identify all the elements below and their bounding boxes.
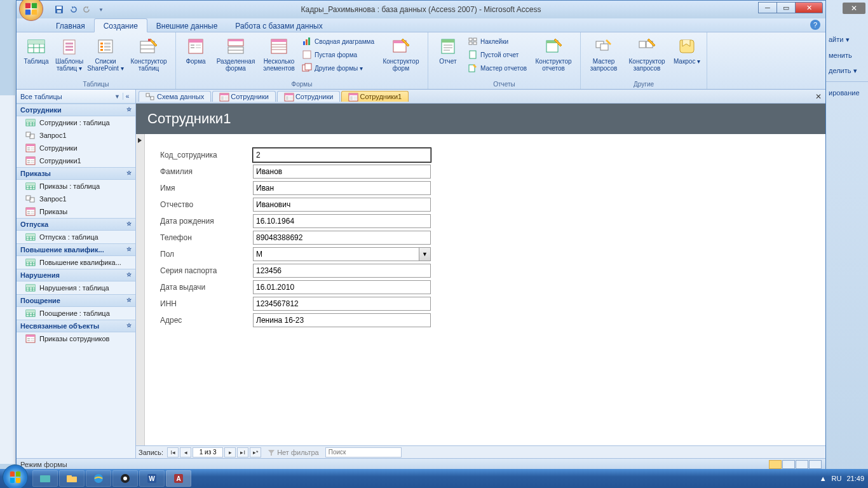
ribbon-btn-query-wizard[interactable]: Мастер запросов [585, 34, 623, 79]
taskbar-btn-1[interactable] [32, 470, 58, 487]
maximize-button[interactable]: ▭ [776, 2, 796, 13]
field-input[interactable] [253, 198, 431, 212]
field-input[interactable] [253, 313, 431, 327]
doc-tab-close-icon[interactable]: ✕ [815, 92, 822, 101]
field-input[interactable] [253, 280, 431, 294]
tray-flag-icon[interactable]: ▲ [820, 475, 827, 482]
nav-group-header[interactable]: Повышение квалифик...☆ [17, 243, 135, 256]
ribbon-tab-home[interactable]: Главная [47, 19, 94, 32]
recnav-next-icon[interactable]: ▸ [224, 447, 236, 458]
ribbon-btn-table-design[interactable]: Конструктор таблиц [126, 34, 172, 79]
table-icon [25, 283, 36, 292]
recnav-first-icon[interactable]: I◂ [167, 447, 179, 458]
ribbon-btn-labels[interactable]: Наклейки [465, 35, 529, 48]
taskbar-btn-explorer[interactable] [59, 470, 85, 487]
taskbar-btn-word[interactable]: W [139, 470, 165, 487]
field-input[interactable] [253, 148, 431, 162]
svg-point-161 [123, 477, 127, 480]
field-input[interactable] [253, 231, 431, 245]
view-layout-icon[interactable] [796, 460, 808, 469]
view-form-icon[interactable] [769, 460, 782, 469]
nav-group-header[interactable]: Приказы☆ [17, 167, 135, 180]
ribbon-btn-report-design[interactable]: Конструктор отчетов [531, 34, 576, 79]
svg-rect-146 [286, 97, 288, 98]
ribbon-btn-pivotchart[interactable]: Сводная диаграмма [299, 35, 377, 48]
field-select[interactable]: М▼ [253, 247, 431, 261]
recnav-search-input[interactable] [325, 447, 402, 458]
field-input[interactable] [253, 214, 431, 228]
recnav-position-input[interactable] [193, 447, 223, 458]
ribbon-btn-macro[interactable]: Макрос ▾ [671, 34, 703, 79]
recnav-new-icon[interactable]: ▸* [250, 447, 261, 458]
field-input[interactable] [253, 165, 431, 179]
svg-rect-66 [639, 41, 646, 48]
record-selector[interactable] [136, 134, 145, 445]
nav-item[interactable]: Сотрудники1 [17, 154, 135, 167]
ribbon-tab-dbtools[interactable]: Работа с базами данных [226, 19, 331, 32]
form-icon [25, 144, 36, 152]
ribbon-btn-multiple-items[interactable]: Несколько элементов [260, 34, 298, 79]
window-controls: ─ ▭ ✕ [759, 2, 823, 13]
taskbar-btn-app1[interactable] [112, 470, 138, 487]
ribbon-btn-form-design[interactable]: Конструктор форм [378, 34, 424, 79]
qat-customize-icon[interactable]: ▼ [95, 4, 107, 15]
ribbon-btn-report[interactable]: Отчет [432, 34, 464, 79]
nav-item[interactable]: Приказы сотрудников [17, 332, 135, 345]
nav-group-header[interactable]: Несвязанные объекты☆ [17, 320, 135, 332]
view-datasheet-icon[interactable] [782, 460, 795, 469]
field-input[interactable] [253, 297, 431, 311]
nav-item[interactable]: Отпуска : таблица [17, 231, 135, 243]
nav-group-header[interactable]: Сотрудники☆ [17, 104, 135, 116]
recnav-last-icon[interactable]: ▸I [237, 447, 248, 458]
view-design-icon[interactable] [809, 460, 822, 469]
ribbon-btn-blank-report[interactable]: Пустой отчет [465, 48, 529, 61]
ribbon-btn-table-templates[interactable]: Шаблоны таблиц ▾ [53, 34, 85, 79]
minimize-button[interactable]: ─ [758, 2, 777, 13]
nav-item[interactable]: Приказы [17, 205, 135, 218]
nav-item[interactable]: Поощрение : таблица [17, 307, 135, 320]
qat-save-icon[interactable] [53, 4, 65, 15]
help-button[interactable]: ? [810, 20, 820, 30]
close-button[interactable]: ✕ [795, 2, 823, 13]
doc-tab[interactable]: Сотрудники [212, 91, 276, 102]
nav-item[interactable]: Запрос1 [17, 129, 135, 142]
recnav-prev-icon[interactable]: ◂ [180, 447, 191, 458]
tray-lang[interactable]: RU [832, 475, 842, 482]
start-button[interactable] [3, 464, 28, 489]
svg-rect-56 [469, 38, 472, 41]
ribbon-btn-sharepoint[interactable]: Списки SharePoint ▾ [86, 34, 125, 79]
ribbon-tab-external[interactable]: Внешние данные [147, 19, 227, 32]
tray-clock[interactable]: 21:49 [846, 475, 864, 482]
nav-group-header[interactable]: Поощрение☆ [17, 294, 135, 307]
doc-tab[interactable]: Сотрудники [277, 91, 341, 102]
nav-header[interactable]: Все таблицы▼« [17, 90, 135, 104]
nav-item-label: Приказы [39, 208, 67, 215]
recnav-filter[interactable]: Нет фильтра [268, 449, 319, 456]
field-input[interactable] [253, 181, 431, 195]
ribbon-btn-blank-form[interactable]: Пустая форма [299, 48, 377, 61]
ribbon-btn-table[interactable]: Таблица [20, 34, 52, 79]
ribbon-btn-report-wizard[interactable]: Мастер отчетов [465, 62, 529, 74]
ribbon-tab-create[interactable]: Создание [94, 18, 147, 32]
bg-close-icon[interactable]: ✕ [843, 3, 865, 14]
ribbon-btn-split-form[interactable]: Разделенная форма [213, 34, 259, 79]
qat-redo-icon[interactable] [81, 4, 93, 15]
nav-item[interactable]: Приказы : таблица [17, 180, 135, 193]
nav-item[interactable]: Запрос1 [17, 193, 135, 205]
nav-item[interactable]: Сотрудники : таблица [17, 116, 135, 129]
nav-item[interactable]: Нарушения : таблица [17, 281, 135, 294]
doc-tab[interactable]: Схема данных [139, 91, 211, 102]
doc-tab[interactable]: Сотрудники1 [341, 91, 409, 102]
ribbon-btn-more-forms[interactable]: Другие формы ▾ [299, 62, 377, 74]
nav-item[interactable]: Повышение квалифика... [17, 256, 135, 269]
ribbon-btn-query-design[interactable]: Конструктор запросов [624, 34, 670, 79]
qat-undo-icon[interactable] [67, 4, 79, 15]
nav-group-header[interactable]: Отпуска☆ [17, 218, 135, 231]
nav-group-header[interactable]: Нарушения☆ [17, 269, 135, 281]
ribbon-btn-form[interactable]: Форма [180, 34, 212, 79]
chevron-down-icon[interactable]: ▼ [419, 248, 430, 261]
field-input[interactable] [253, 264, 431, 278]
nav-item[interactable]: Сотрудники [17, 142, 135, 154]
taskbar-btn-access[interactable]: A [166, 470, 191, 487]
taskbar-btn-ie[interactable] [86, 470, 111, 487]
